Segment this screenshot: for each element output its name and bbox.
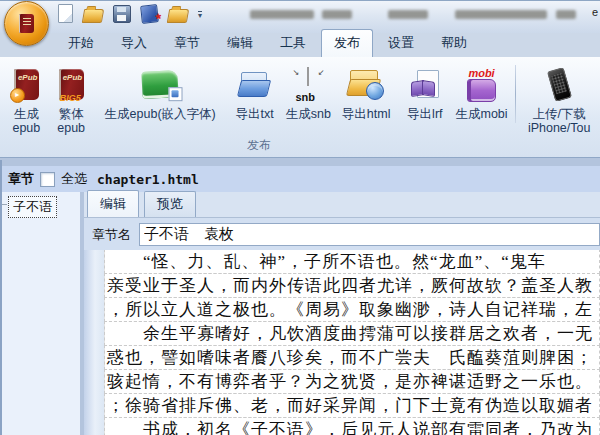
ribbon-tab-import[interactable]: 导入	[109, 30, 159, 57]
ribbon-tab-help[interactable]: 帮助	[429, 30, 479, 57]
editor-tab-strip: 编辑 预览	[84, 192, 600, 217]
text-line: “怪、力、乱、神”，子所不语也。然“龙血”、“鬼车	[104, 250, 600, 274]
ribbon-tab-strip: 开始 导入 章节 编辑 工具 发布 设置 帮助	[0, 33, 600, 57]
chapter-bar: 章节 全选 chapter1.html	[0, 166, 600, 192]
ribbon-publish-group: ePub ▸ 生成 epub ePub BIG5 繁体 epub 生成epub(…	[0, 57, 600, 158]
select-all-checkbox[interactable]	[40, 172, 55, 187]
redacted-title-segment	[556, 10, 576, 19]
ribbon-button-row: ePub ▸ 生成 epub ePub BIG5 繁体 epub 生成epub(…	[0, 57, 600, 135]
mobi-book-icon: mobi	[462, 67, 502, 102]
ribbon-tab-settings[interactable]: 设置	[376, 30, 426, 57]
application-menu-button[interactable]	[4, 1, 49, 46]
sidebar-item-chapter[interactable]: 子不语	[8, 196, 57, 218]
export-folder-icon[interactable]	[167, 9, 189, 23]
globe-icon	[366, 82, 384, 100]
ribbon-tab-chapter[interactable]: 章节	[162, 30, 212, 57]
customize-dropdown-icon[interactable]: ▾	[198, 11, 202, 19]
text-line: 余生平寡嗜好，凡饮酒度曲摴蒲可以接群居之欢者，一无	[104, 321, 600, 346]
iphone-icon	[547, 67, 572, 101]
font-badge-icon	[169, 87, 183, 101]
redacted-title-segment	[455, 10, 547, 19]
ribbon-group-separator	[515, 65, 516, 123]
ribbon-tab-edit[interactable]: 编辑	[215, 30, 265, 57]
folder-globe-icon	[348, 70, 384, 98]
upload-download-iphone-button[interactable]: 上传/下载 iPhone/Tou	[520, 61, 598, 135]
window-left-border	[0, 160, 2, 435]
chapter-bar-label: 章节	[8, 170, 34, 188]
save-icon[interactable]	[113, 5, 131, 23]
editor-lines: “怪、力、乱、神”，子所不语也。然“龙血”、“鬼车 亲受业于圣人，而内外传语此四…	[104, 250, 600, 435]
app-window: { "colors": { "app_button_orange": "#f0a…	[0, 0, 600, 435]
tree-tick-icon	[2, 204, 7, 205]
generate-epub-embed-font-button[interactable]: 生成epub(嵌入字体)	[94, 61, 227, 121]
editor-gutter	[84, 250, 105, 435]
build-book-icon[interactable]	[140, 4, 159, 24]
text-line: 亲受业于圣人，而内外传语此四者尤详，厥何故欤？盖圣人教	[104, 273, 600, 298]
generate-epub-button[interactable]: ePub ▸ 生成 epub	[4, 61, 49, 135]
quick-access-toolbar: ▾	[58, 4, 202, 23]
text-line: ；徐骑省排斥佛、老，而好采异闻，门下士竟有伪造以取媚者	[104, 393, 600, 418]
chapter-name-label: 章节名	[92, 226, 131, 244]
orange-arrow-badge-icon: ▸	[10, 88, 25, 103]
epub-red-badge-icon: ePub ▸	[14, 69, 39, 100]
snb-icon: ↘↙ snb	[291, 68, 325, 101]
blue-folder-icon	[239, 72, 271, 97]
text-line: 骇起惰，不有博弈者乎？为之犹贤，是亦裨谌适野之一乐也。	[104, 369, 600, 394]
window-background-band	[0, 158, 600, 166]
redacted-title-segment	[322, 10, 352, 19]
chapter-text-area[interactable]: “怪、力、乱、神”，子所不语也。然“龙血”、“鬼车 亲受业于圣人，而内外传语此四…	[84, 250, 600, 435]
tab-preview[interactable]: 预览	[144, 191, 196, 217]
title-text-fragment: e	[592, 6, 598, 18]
epub-big5-icon: ePub BIG5	[59, 69, 84, 100]
green-book-icon	[142, 70, 179, 99]
redacted-title-segment	[388, 10, 428, 19]
chapter-name-input[interactable]	[139, 223, 600, 246]
tab-edit[interactable]: 编辑	[87, 190, 139, 217]
generate-snb-button[interactable]: ↘↙ snb 生成snb	[283, 61, 335, 121]
export-lrf-button[interactable]: 导出lrf	[398, 61, 452, 121]
ribbon-tab-tools[interactable]: 工具	[268, 30, 318, 57]
export-txt-button[interactable]: 导出txt	[227, 61, 283, 121]
generate-mobi-button[interactable]: mobi 生成mobi	[452, 61, 512, 121]
title-bar: ▾ e	[0, 0, 600, 34]
ribbon-group-label: 发布	[0, 137, 518, 154]
purple-book-page-icon	[410, 70, 440, 99]
text-line: ，所以立人道之极也。《周易》取象幽渺，诗人自记祥瑞，左	[104, 297, 600, 322]
text-line: 书成，初名《子不语》，后见元人说部有雷同者，乃改为	[104, 417, 600, 435]
ribbon-tab-start[interactable]: 开始	[56, 30, 106, 57]
new-document-icon[interactable]	[58, 4, 73, 23]
red-book-icon	[19, 14, 34, 33]
text-line: 惑也，譬如嗜味者餍八珍矣，而不广尝夫 氏醢葵菹则脾困；	[104, 345, 600, 370]
ribbon-tab-publish[interactable]: 发布	[321, 29, 373, 57]
traditional-epub-button[interactable]: ePub BIG5 繁体 epub	[49, 61, 94, 135]
export-html-button[interactable]: 导出html	[334, 61, 398, 121]
chapter-name-row: 章节名	[84, 217, 600, 251]
open-folder-icon[interactable]	[82, 9, 104, 23]
chapter-list-sidebar: 子不语	[0, 192, 84, 435]
redacted-title-segment	[250, 10, 314, 19]
select-all-label[interactable]: 全选	[61, 170, 87, 188]
current-file-name: chapter1.html	[97, 172, 199, 187]
editor-panel: 编辑 预览 章节名 “怪、力、乱、神”，子所不语也。然“龙血”、“鬼车 亲受业于…	[84, 192, 600, 435]
